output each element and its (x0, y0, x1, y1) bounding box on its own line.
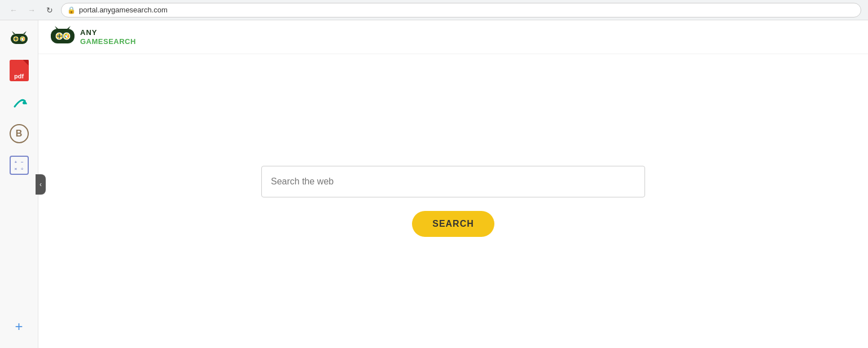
forward-button[interactable]: → (25, 3, 38, 17)
pdf-icon: pdf (10, 60, 29, 81)
svg-point-21 (67, 35, 68, 36)
svg-point-8 (23, 38, 24, 39)
owl-icon (8, 28, 30, 50)
search-input[interactable] (271, 177, 635, 187)
sidebar-collapse-button[interactable]: ‹ (36, 174, 46, 195)
logo-icon (50, 24, 76, 50)
back-button[interactable]: ← (7, 3, 20, 17)
sidebar-item-pdf[interactable]: pdf (6, 58, 32, 83)
calculator-icon: + − × ÷ (10, 156, 29, 175)
svg-text:ANY: ANY (80, 28, 97, 37)
main-layout: pdf B + − × ÷ (0, 20, 868, 348)
logo-area: ANY GAMESEARCH (50, 24, 154, 50)
content-area: ANY GAMESEARCH SEARCH (38, 20, 868, 348)
svg-point-7 (21, 37, 23, 38)
sidebar-item-calculator[interactable]: + − × ÷ (6, 152, 32, 178)
sidebar-item-anygamesearch[interactable] (6, 26, 32, 52)
search-section: SEARCH (38, 54, 868, 348)
header: ANY GAMESEARCH (38, 20, 868, 54)
arrow-icon (10, 92, 29, 112)
svg-marker-11 (23, 31, 27, 34)
add-extension-button[interactable]: + (9, 316, 29, 337)
svg-point-22 (65, 36, 66, 37)
svg-marker-24 (67, 26, 71, 29)
pdf-label: pdf (14, 73, 24, 80)
url-text: portal.anygamesearch.com (79, 6, 168, 14)
svg-point-20 (65, 34, 67, 35)
search-button[interactable]: SEARCH (412, 211, 494, 237)
sidebar-item-bitcoin[interactable]: B (6, 121, 32, 147)
bitcoin-icon: B (10, 124, 29, 143)
svg-text:GAMESEARCH: GAMESEARCH (80, 37, 136, 46)
svg-marker-23 (55, 26, 58, 29)
search-input-wrapper[interactable] (261, 166, 645, 197)
reload-button[interactable]: ↻ (43, 3, 56, 17)
sidebar: pdf B + − × ÷ (0, 20, 38, 348)
lock-icon: 🔒 (67, 6, 76, 14)
logo-text: ANY GAMESEARCH (80, 27, 154, 47)
svg-point-9 (21, 39, 22, 41)
browser-toolbar: ← → ↻ 🔒 portal.anygamesearch.com (0, 0, 868, 20)
address-bar[interactable]: 🔒 portal.anygamesearch.com (61, 3, 861, 17)
svg-marker-10 (12, 31, 15, 34)
sidebar-item-arrow[interactable] (6, 89, 32, 115)
